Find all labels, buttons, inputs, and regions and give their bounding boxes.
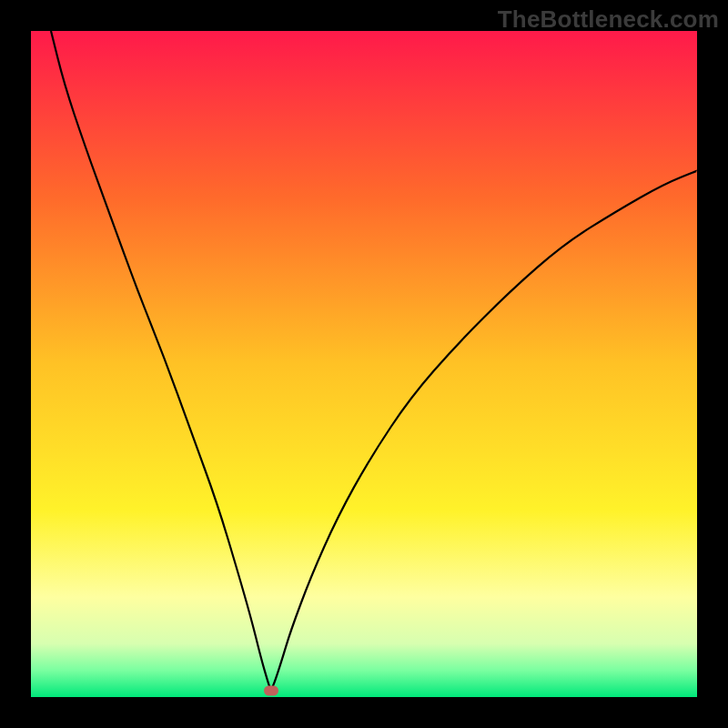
plot-area <box>31 31 697 697</box>
watermark-text: TheBottleneck.com <box>498 5 719 34</box>
gradient-background <box>31 31 697 697</box>
bottleneck-marker <box>264 685 278 695</box>
chart-frame: TheBottleneck.com <box>0 0 728 728</box>
chart-svg <box>31 31 697 697</box>
